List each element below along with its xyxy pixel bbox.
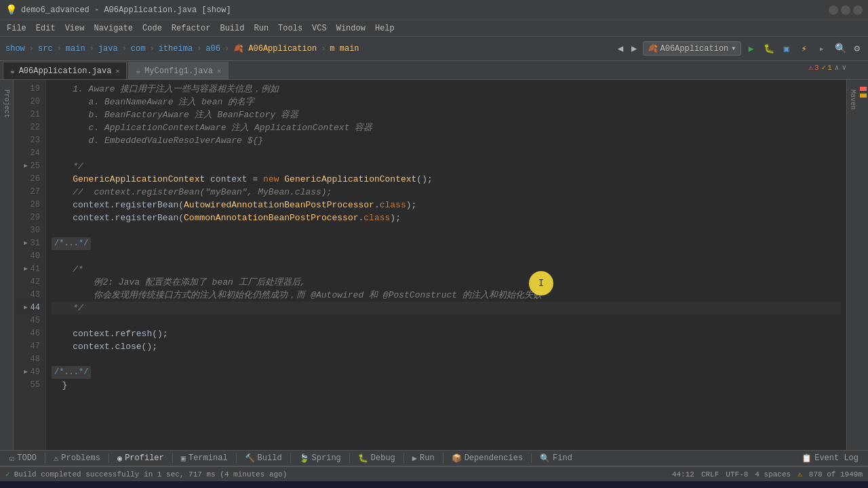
indent-setting[interactable]: 4 spaces	[755, 470, 791, 479]
code-line-24	[52, 147, 841, 160]
code-line-31: /*...*/	[52, 237, 841, 250]
cursor-position[interactable]: 44:12	[672, 470, 694, 479]
menu-item-navigate[interactable]: Navigate	[90, 22, 137, 35]
fold-icon-25[interactable]: ▶	[24, 160, 27, 173]
event-log-label: Event Log	[814, 453, 859, 463]
com-breadcrumb[interactable]: com	[131, 44, 146, 54]
sep2: ›	[57, 44, 62, 54]
maximize-button[interactable]: □	[841, 5, 850, 15]
menu-item-code[interactable]: Code	[138, 22, 166, 35]
error-warning-indicators: ⚠ 3 ✓ 1 ∧ ∨	[808, 63, 846, 72]
tool-tab-problems[interactable]: ⚠ Problems	[48, 451, 106, 465]
files-button[interactable]: 📁	[165, 483, 190, 488]
code-line-22: c. ApplicationContextAware 注入 Applicatio…	[52, 121, 841, 134]
menu-item-window[interactable]: Window	[332, 22, 370, 35]
fold-icon-31[interactable]: ▶	[24, 237, 27, 250]
menu-item-file[interactable]: File	[3, 22, 31, 35]
intellij-button[interactable]: ☕	[111, 483, 136, 488]
sep-tool-5	[290, 453, 291, 463]
scrollbar-area[interactable]	[859, 80, 868, 450]
menu-item-vcs[interactable]: VCS	[308, 22, 331, 35]
text-editor-button[interactable]: T	[84, 483, 108, 488]
tool-tab-profiler[interactable]: ◉ Profiler	[112, 451, 170, 465]
encoding[interactable]: UTF-8	[726, 470, 748, 479]
problems-label: Problems	[61, 453, 100, 463]
menu-item-edit[interactable]: Edit	[32, 22, 60, 35]
minimize-button[interactable]: —	[829, 5, 838, 15]
menu-item-run[interactable]: Run	[250, 22, 273, 35]
settings-button[interactable]: ⚙	[852, 41, 863, 56]
menu-item-view[interactable]: View	[61, 22, 89, 35]
nav-down-button[interactable]: ∨	[842, 63, 846, 72]
debug-button[interactable]: 🐛	[762, 41, 776, 56]
run-button[interactable]: ▶	[744, 41, 759, 56]
code-line-19: 1. Aware 接口用于注入一些与容器相关信息，例如	[52, 83, 841, 96]
java-file-icon-2: ☕	[136, 66, 140, 75]
menu-item-build[interactable]: Build	[216, 22, 248, 35]
method-breadcrumb[interactable]: m main	[330, 44, 359, 54]
close-tab-myconfig[interactable]: ✕	[217, 67, 221, 75]
fold-icon-41[interactable]: ▶	[24, 263, 27, 276]
code-content[interactable]: 1. Aware 接口用于注入一些与容器相关信息，例如 a. BeanNameA…	[46, 80, 846, 450]
bottom-tools-bar: ☑ TODO ⚠ Problems ◉ Profiler ▣ Terminal …	[0, 450, 868, 466]
line-num-44: ▶ 44	[14, 302, 40, 314]
tool-tab-run[interactable]: ▶ Run	[407, 451, 440, 465]
nav-forward-button[interactable]: ▶	[629, 41, 639, 56]
tool-tab-event-log[interactable]: 📋 Event Log	[796, 451, 864, 465]
src-breadcrumb[interactable]: src	[38, 44, 53, 54]
fold-icon-49[interactable]: ▶	[24, 366, 27, 379]
sep8: ›	[321, 44, 326, 54]
powerpoint-button[interactable]: P	[138, 483, 163, 488]
nav-back-button[interactable]: ◀	[615, 41, 626, 56]
line-ending[interactable]: CRLF	[701, 470, 719, 479]
tab-myconfig1[interactable]: ☕ MyConfig1.java ✕	[128, 62, 228, 79]
sep-tool-9	[531, 453, 532, 463]
java-breadcrumb[interactable]: java	[98, 44, 118, 54]
tab-a06-label: A06Application.java	[19, 66, 112, 76]
tool-tab-dependencies[interactable]: 📦 Dependencies	[446, 451, 528, 465]
line-num-30: 30	[14, 224, 40, 237]
run-config-dropdown[interactable]: 🍂 A06Application ▾	[643, 41, 741, 56]
fold-icon-44[interactable]: ▶	[24, 302, 27, 314]
tool-tab-debug[interactable]: 🐛 Debug	[353, 451, 401, 465]
menu-item-tools[interactable]: Tools	[274, 22, 307, 35]
menu-bar: FileEditViewNavigateCodeRefactorBuildRun…	[0, 20, 868, 37]
close-button[interactable]: ✕	[853, 5, 863, 15]
coverage-button[interactable]: ▣	[779, 41, 794, 56]
spring-icon: 🍃	[299, 453, 309, 464]
tool-tab-spring[interactable]: 🍃 Spring	[294, 451, 347, 465]
find-label: Find	[553, 453, 572, 463]
taskbar: ⊞ 🦊 🌐 T ☕ P 📁 ▶ 🔍 🎤 👥 🔒 📶 🔊 🌐 16:34	[0, 481, 868, 488]
tool-tab-terminal[interactable]: ▣ Terminal	[176, 451, 233, 465]
editor[interactable]: 19 20 21 22 23 24 ▶ 25 26 27 28 29 30 ▶ …	[14, 80, 846, 450]
firefox-button[interactable]: 🦊	[30, 483, 54, 488]
tool-tab-build[interactable]: 🔨 Build	[239, 451, 288, 465]
vlc-button[interactable]: ▶	[193, 483, 217, 488]
main-breadcrumb[interactable]: main	[66, 44, 85, 54]
code-line-23: d. EmbeddedValueResolverAware ${}	[52, 134, 841, 147]
itheima-breadcrumb[interactable]: itheima	[159, 44, 193, 54]
class-breadcrumb[interactable]: 🍂 A06Application	[233, 43, 317, 54]
menu-item-refactor[interactable]: Refactor	[167, 22, 215, 35]
browser-button[interactable]: 🌐	[57, 483, 81, 488]
more-run-button[interactable]: ▸	[814, 41, 829, 56]
sep7: ›	[224, 44, 229, 54]
maven-sidebar-toggle[interactable]: Maven	[849, 83, 856, 110]
profile-button[interactable]: ⚡	[797, 41, 812, 56]
project-sidebar-toggle[interactable]: Project	[3, 85, 10, 118]
search-everywhere-button[interactable]: 🔍	[832, 41, 849, 56]
code-line-27: // context.registerBean("myBean", MyBean…	[52, 186, 841, 199]
show-breadcrumb[interactable]: show	[5, 44, 25, 54]
sep1: ›	[29, 44, 34, 54]
line-num-21: 21	[14, 108, 40, 121]
menu-item-help[interactable]: Help	[371, 22, 399, 35]
close-tab-a06[interactable]: ✕	[115, 67, 119, 75]
nav-up-button[interactable]: ∧	[835, 63, 840, 72]
a06-breadcrumb[interactable]: a06	[205, 44, 220, 54]
start-button[interactable]: ⊞	[3, 483, 27, 488]
tab-a06application[interactable]: ☕ A06Application.java ✕	[3, 62, 127, 79]
tool-tab-todo[interactable]: ☑ TODO	[4, 451, 42, 465]
sep4: ›	[122, 44, 127, 54]
tool-tab-find[interactable]: 🔍 Find	[534, 451, 578, 465]
dependencies-label: Dependencies	[465, 453, 523, 463]
